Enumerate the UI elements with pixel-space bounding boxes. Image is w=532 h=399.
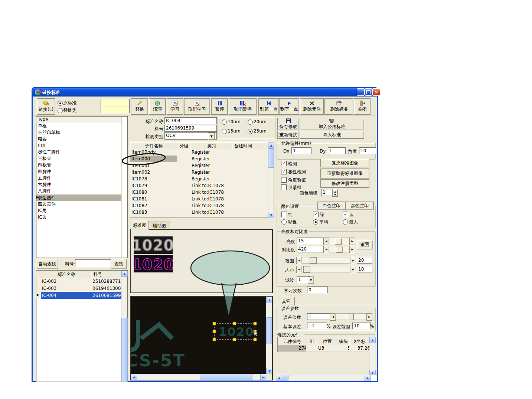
type-item[interactable]: 四边器件: [38, 201, 56, 208]
radio-replace-as[interactable]: [58, 108, 63, 113]
parts-scrollbar[interactable]: ▲ ▼: [268, 142, 274, 218]
reacquire-standard-image-button[interactable]: 重新取得标准图像: [320, 169, 369, 179]
error-mult-slider[interactable]: [335, 313, 367, 320]
type-item[interactable]: 六脚件: [38, 181, 51, 188]
blue-checkbox[interactable]: ✓: [343, 212, 348, 217]
detect-checkbox[interactable]: ✓: [281, 161, 287, 166]
parts-cell-name[interactable]: IC1078: [130, 176, 179, 183]
close-button[interactable]: ×: [372, 88, 380, 96]
delete-standard-button[interactable]: 删除标准: [324, 98, 353, 115]
scroll-up-icon[interactable]: ▲: [266, 297, 273, 303]
black-silkscreen-button[interactable]: 黑色丝印: [346, 202, 374, 210]
scroll-left-icon[interactable]: ◀: [276, 375, 282, 381]
parts-cell-class[interactable]: Link to:IC1078: [190, 189, 235, 196]
exit-button[interactable]: 关闭: [354, 98, 371, 115]
parts-cell-class[interactable]: Link to:IC1078: [190, 202, 235, 209]
slider-right-icon[interactable]: ▶: [350, 266, 356, 273]
linked-cell-id[interactable]: 274: [278, 345, 309, 352]
linked-cell-pos[interactable]: U3: [317, 345, 339, 352]
standards-row-name-selected[interactable]: IC-004: [41, 292, 94, 299]
base-error-input[interactable]: 10: [307, 323, 327, 329]
standards-scrollbar[interactable]: ▲: [121, 271, 127, 381]
save-changes-button[interactable]: 保存修改: [277, 118, 299, 130]
clean-button[interactable]: 清理: [149, 98, 166, 115]
dx-input[interactable]: 1: [291, 147, 311, 154]
range-slider[interactable]: [301, 257, 351, 264]
spin-down-icon[interactable]: ▼: [332, 193, 338, 197]
type-item[interactable]: 四极管: [38, 162, 51, 169]
import-standard-button[interactable]: 导入标准: [300, 131, 364, 139]
parts-cell-name[interactable]: Item001: [130, 162, 179, 169]
type-item[interactable]: 带丝印单框: [38, 130, 60, 136]
maximize-button[interactable]: [365, 88, 372, 96]
next-point-button[interactable]: 到下一点: [279, 98, 299, 115]
size-slider[interactable]: [301, 266, 351, 272]
angle-verify-checkbox[interactable]: [281, 177, 287, 183]
scroll-down-icon[interactable]: ▼: [268, 212, 274, 218]
cancel-pause-button[interactable]: 取消暂停: [229, 98, 257, 115]
mask-box-checkbox[interactable]: [281, 184, 287, 190]
type-item[interactable]: IC边: [38, 214, 47, 221]
part-number-search-input[interactable]: [75, 259, 111, 267]
parts-cell-name[interactable]: IC1080: [130, 189, 179, 196]
reset-button[interactable]: 重置: [357, 240, 373, 249]
auto-find-button[interactable]: 自动查找: [36, 259, 58, 269]
contrast-input[interactable]: 420: [297, 246, 323, 252]
link-button[interactable]: 链接(L): [37, 98, 55, 115]
average-radio[interactable]: [313, 219, 318, 225]
parts-cell-name[interactable]: IC1083: [130, 209, 179, 216]
radio-20um[interactable]: [248, 120, 253, 125]
radio-25um[interactable]: [248, 129, 253, 134]
restore-standard-image-button[interactable]: 复原标准图像: [320, 159, 369, 167]
scroll-thumb[interactable]: [266, 317, 273, 344]
replace-field-2[interactable]: [101, 106, 130, 113]
type-item[interactable]: 五脚件: [38, 175, 51, 181]
colorful-radio[interactable]: [281, 219, 287, 225]
error-range-input[interactable]: 10: [352, 323, 371, 329]
combobox-dropdown-icon[interactable]: ▼: [208, 133, 215, 140]
type-item[interactable]: 电容: [38, 136, 47, 143]
tab-other[interactable]: 其它: [278, 297, 295, 305]
learn-button[interactable]: 学习: [167, 98, 183, 115]
radio-15um[interactable]: [222, 129, 227, 134]
range-input[interactable]: 20: [357, 257, 372, 264]
scroll-thumb[interactable]: [282, 375, 288, 381]
type-item[interactable]: 四脚件: [38, 169, 51, 175]
parts-cell-name[interactable]: Item002: [130, 169, 179, 176]
scroll-thumb[interactable]: [200, 374, 252, 380]
right-panel-hscrollbar[interactable]: ◀ ▶: [276, 375, 370, 380]
error-mult-input[interactable]: 1: [307, 313, 330, 320]
scroll-thumb[interactable]: [121, 318, 128, 382]
standards-row-part-selected[interactable]: 2610691599: [91, 292, 124, 299]
slider-right-icon[interactable]: ▶: [349, 238, 355, 245]
angle-input[interactable]: 10: [359, 147, 376, 154]
pcb-image-panel[interactable]: CS-5T 1020 ▲ ▼ ◀ ▶: [130, 296, 273, 380]
pause-button[interactable]: 暂停: [211, 98, 228, 115]
parts-cell-class[interactable]: Link to:IC1078: [190, 209, 235, 216]
brightness-input[interactable]: 15: [297, 238, 323, 244]
tab-aux-image[interactable]: 辅助图: [149, 222, 170, 229]
parts-cell-class[interactable]: Register: [190, 169, 235, 176]
replace-field-1[interactable]: [101, 99, 130, 106]
standard-image-panel[interactable]: 1020 1020: [130, 229, 273, 293]
size-input[interactable]: 10: [357, 266, 372, 272]
parts-cell-name[interactable]: IC1082: [130, 202, 179, 209]
type-item-selected[interactable]: 双边器件: [38, 194, 56, 201]
standard-name-input[interactable]: IC-004: [164, 117, 217, 124]
relink-button[interactable]: 重新链接: [277, 131, 299, 139]
parts-cell-class[interactable]: Link to:IC1078: [190, 182, 235, 189]
minimize-button[interactable]: ▁: [357, 88, 365, 96]
type-item[interactable]: 八脚件: [38, 188, 51, 194]
replace-button[interactable]: 替换: [131, 98, 148, 115]
cancel-learn-button[interactable]: 取消学习: [184, 98, 210, 115]
color-enhance-input[interactable]: 1: [321, 189, 334, 196]
type-item[interactable]: IC角: [38, 207, 47, 214]
radio-original-standard[interactable]: [58, 101, 63, 106]
type-item[interactable]: 三极管: [38, 156, 51, 162]
title-bar[interactable]: 链接标准: [32, 88, 377, 97]
learn-count-input[interactable]: 0: [307, 287, 328, 293]
parts-cell-name[interactable]: Item0Body: [130, 149, 179, 156]
scroll-left-icon[interactable]: ◀: [131, 374, 137, 380]
radio-10um[interactable]: [222, 120, 227, 125]
polarity-checkbox[interactable]: ✓: [281, 169, 287, 174]
